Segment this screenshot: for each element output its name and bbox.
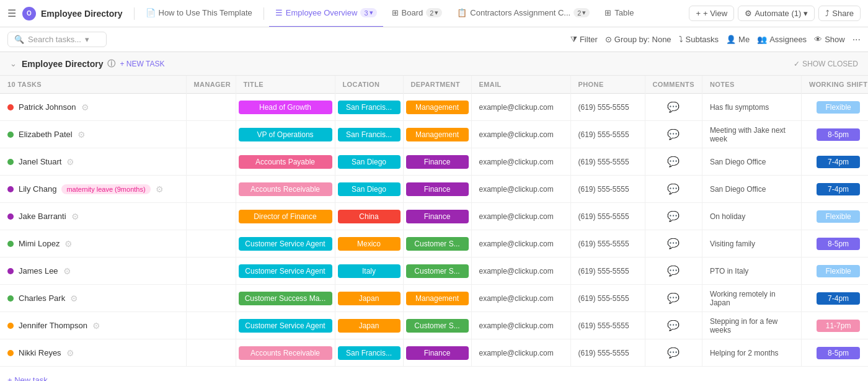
task-name-cell[interactable]: Nikki Reyes⚙ — [0, 339, 186, 367]
comments-cell[interactable]: 💬 — [645, 312, 702, 339]
comment-icon[interactable]: 💬 — [667, 156, 680, 167]
comment-icon[interactable]: 💬 — [667, 347, 680, 358]
comments-cell[interactable]: 💬 — [645, 176, 702, 203]
comment-icon[interactable]: 💬 — [667, 184, 680, 194]
location-pill: San Diego — [338, 155, 401, 169]
task-name-cell[interactable]: Jake Barranti⚙ — [0, 203, 186, 230]
employee-overview-badge[interactable]: 3 ▾ — [360, 8, 376, 17]
table-row[interactable]: James Lee⚙Customer Service AgentItalyCus… — [0, 258, 868, 285]
tab-contractors[interactable]: 📋 Contractors Assignment C... 2 ▾ — [451, 0, 596, 27]
comment-icon[interactable]: 💬 — [667, 102, 680, 112]
assignees-action[interactable]: 👥 Assignees — [757, 35, 807, 44]
comment-icon[interactable]: 💬 — [667, 293, 680, 303]
new-task-label[interactable]: + New task — [0, 367, 868, 382]
tab-board-label: Board — [402, 8, 423, 17]
comments-cell[interactable]: 💬 — [645, 285, 702, 312]
more-options-icon[interactable]: ··· — [852, 34, 861, 45]
title-cell: Accounts Receivable — [236, 339, 335, 367]
shift-pill: 7-4pm — [817, 292, 860, 305]
table-row[interactable]: Charles Park⚙Customer Success Ma...Japan… — [0, 285, 868, 312]
share-button[interactable]: ⤴ Share — [818, 6, 861, 21]
table-row[interactable]: Janel Stuart⚙Accounts PayableSan DiegoFi… — [0, 148, 868, 176]
task-name-cell[interactable]: Lily Changmaternity leave (9months)⚙ — [0, 176, 186, 203]
table-row[interactable]: Mimi Lopez⚙Customer Service AgentMexicoC… — [0, 230, 868, 258]
location-cell: Japan — [335, 312, 403, 339]
comments-cell[interactable]: 💬 — [645, 339, 702, 367]
subtasks-icon: ⤵ — [679, 35, 683, 44]
tab-board[interactable]: ⊞ Board 2 ▾ — [386, 0, 449, 27]
email-cell: example@clickup.com — [471, 121, 570, 148]
me-action[interactable]: 👤 Me — [726, 35, 750, 44]
nav-divider-2 — [264, 7, 264, 20]
shift-pill: 8-5pm — [817, 128, 860, 141]
table-row[interactable]: Lily Changmaternity leave (9months)⚙Acco… — [0, 176, 868, 203]
settings-icon[interactable]: ⚙ — [64, 239, 73, 249]
new-task-row[interactable]: + New task — [0, 367, 868, 382]
menu-icon[interactable]: ☰ — [7, 7, 16, 19]
settings-icon[interactable]: ⚙ — [71, 212, 79, 222]
location-cell: San Diego — [335, 176, 403, 203]
add-view-button[interactable]: + + View — [689, 6, 734, 21]
comment-icon[interactable]: 💬 — [667, 266, 680, 276]
show-closed-button[interactable]: ✓ SHOW CLOSED — [794, 60, 858, 68]
comments-cell[interactable]: 💬 — [645, 94, 702, 121]
comments-cell[interactable]: 💬 — [645, 258, 702, 285]
table-row[interactable]: Elizabeth Patel⚙VP of OperationsSan Fran… — [0, 121, 868, 148]
tab-table[interactable]: ⊞ Table — [598, 0, 640, 27]
task-name-cell[interactable]: Charles Park⚙ — [0, 285, 186, 312]
email-cell: example@clickup.com — [471, 203, 570, 230]
collapse-icon[interactable]: ⌄ — [10, 59, 17, 68]
department-cell: Management — [403, 285, 471, 312]
settings-icon[interactable]: ⚙ — [92, 321, 100, 331]
automate-button[interactable]: ⚙ Automate (1) ▾ — [738, 6, 815, 21]
subtasks-action[interactable]: ⤵ Subtasks — [679, 35, 719, 44]
new-task-button[interactable]: + NEW TASK — [120, 60, 165, 68]
settings-icon[interactable]: ⚙ — [63, 266, 71, 276]
settings-icon[interactable]: ⚙ — [66, 157, 74, 167]
settings-icon[interactable]: ⚙ — [70, 294, 78, 303]
settings-icon[interactable]: ⚙ — [78, 130, 86, 140]
shift-pill: 8-5pm — [817, 347, 860, 359]
task-name-cell[interactable]: Janel Stuart⚙ — [0, 148, 186, 176]
table-row[interactable]: Jake Barranti⚙Director of FinanceChinaFi… — [0, 203, 868, 230]
section-header: ⌄ Employee Directory ⓘ + NEW TASK ✓ SHOW… — [0, 52, 868, 76]
show-action[interactable]: 👁 Show — [814, 35, 845, 44]
settings-icon[interactable]: ⚙ — [66, 348, 74, 358]
title-pill: Customer Service Agent — [239, 237, 332, 251]
status-dot — [7, 323, 14, 329]
comment-icon[interactable]: 💬 — [667, 211, 680, 222]
task-name-cell[interactable]: Jennifer Thompson⚙ — [0, 312, 186, 339]
comments-cell[interactable]: 💬 — [645, 148, 702, 176]
comments-cell[interactable]: 💬 — [645, 230, 702, 258]
task-name-cell[interactable]: James Lee⚙ — [0, 258, 186, 285]
tab-how-to-use[interactable]: 📄 How to Use This Template — [140, 0, 259, 27]
phone-cell: (619) 555-5555 — [570, 121, 645, 148]
comment-icon[interactable]: 💬 — [667, 238, 680, 249]
board-badge[interactable]: 2 ▾ — [426, 8, 442, 17]
shift-pill: 11-7pm — [817, 320, 860, 332]
phone-cell: (619) 555-5555 — [570, 176, 645, 203]
table-row[interactable]: Nikki Reyes⚙Accounts ReceivableSan Franc… — [0, 339, 868, 367]
task-name-cell[interactable]: Mimi Lopez⚙ — [0, 230, 186, 258]
table-row[interactable]: Patrick Johnson⚙Head of GrowthSan Franci… — [0, 94, 868, 121]
search-box[interactable]: 🔍 Search tasks... ▾ — [7, 32, 107, 47]
notes-cell: Meeting with Jake next week — [702, 121, 801, 148]
settings-icon[interactable]: ⚙ — [156, 184, 164, 194]
col-header-location: LOCATION — [335, 76, 403, 94]
comment-icon[interactable]: 💬 — [667, 320, 680, 331]
title-pill: Customer Service Agent — [239, 264, 332, 278]
col-header-department: DEPARTMENT — [403, 76, 471, 94]
comment-icon[interactable]: 💬 — [667, 129, 680, 140]
table-row[interactable]: Jennifer Thompson⚙Customer Service Agent… — [0, 312, 868, 339]
settings-icon[interactable]: ⚙ — [81, 102, 89, 112]
contractors-badge[interactable]: 2 ▾ — [574, 8, 590, 17]
comments-cell[interactable]: 💬 — [645, 203, 702, 230]
notes-cell: Helping for 2 months — [702, 339, 801, 367]
task-name-cell[interactable]: Patrick Johnson⚙ — [0, 94, 186, 121]
tab-employee-overview[interactable]: ☰ Employee Overview 3 ▾ — [269, 0, 383, 27]
section-info-icon[interactable]: ⓘ — [107, 58, 115, 69]
group-by-action[interactable]: ⊙ Group by: None — [605, 35, 671, 44]
comments-cell[interactable]: 💬 — [645, 121, 702, 148]
filter-action[interactable]: ⧩ Filter — [570, 35, 598, 45]
task-name-cell[interactable]: Elizabeth Patel⚙ — [0, 121, 186, 148]
